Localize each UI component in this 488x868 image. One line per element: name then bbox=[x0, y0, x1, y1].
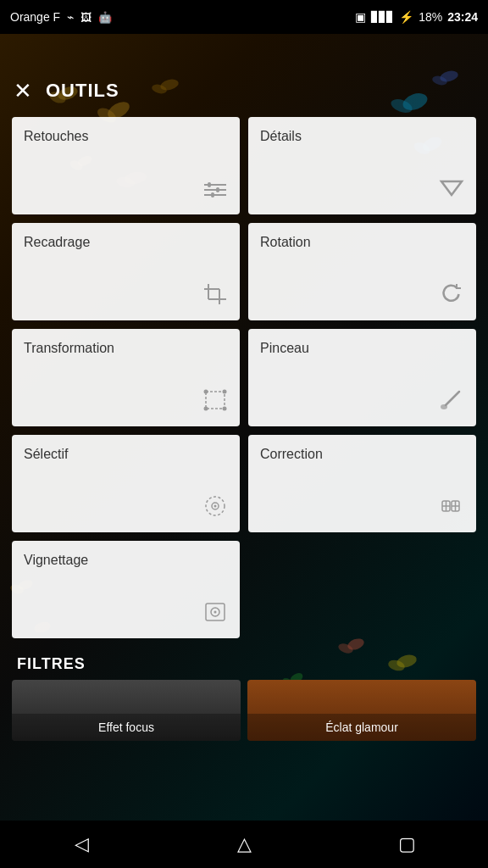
crop-icon bbox=[202, 282, 228, 312]
status-bar: Orange F ⌁ 🖼 🤖 ▣ ▊▊▊ ⚡ 18% 23:24 bbox=[0, 0, 488, 34]
tool-rotation[interactable]: Rotation bbox=[248, 223, 476, 320]
filters-section-label: FILTRES bbox=[0, 645, 488, 680]
tool-pinceau-label: Pinceau bbox=[260, 341, 464, 356]
tool-correction[interactable]: Correction bbox=[248, 435, 476, 532]
svg-point-58 bbox=[214, 611, 217, 614]
filter-effet-focus[interactable]: Effet focus bbox=[12, 680, 241, 741]
triangle-down-icon bbox=[439, 176, 464, 206]
vignette-icon bbox=[202, 600, 228, 630]
tool-transformation-label: Transformation bbox=[24, 341, 228, 356]
tool-details[interactable]: Détails bbox=[248, 117, 476, 214]
tool-retouches-label: Retouches bbox=[24, 129, 228, 144]
tool-rotation-label: Rotation bbox=[260, 235, 464, 250]
page-title: OUTILS bbox=[46, 80, 119, 102]
status-left: Orange F ⌁ 🖼 🤖 bbox=[10, 10, 112, 24]
svg-line-45 bbox=[446, 392, 459, 405]
tool-vignettage[interactable]: Vignettage bbox=[12, 541, 240, 638]
tool-recadrage[interactable]: Recadrage bbox=[12, 223, 240, 320]
carrier-label: Orange F bbox=[10, 10, 60, 24]
target-circle-icon bbox=[202, 494, 228, 524]
svg-rect-40 bbox=[206, 392, 225, 409]
brush-icon bbox=[439, 388, 464, 418]
main-content: ✕ OUTILS Retouches Détails bbox=[0, 68, 488, 868]
transform-icon bbox=[202, 388, 228, 418]
tool-pinceau[interactable]: Pinceau bbox=[248, 329, 476, 426]
sliders-icon bbox=[202, 179, 228, 206]
svg-point-41 bbox=[204, 390, 208, 394]
svg-rect-32 bbox=[208, 182, 211, 187]
back-button[interactable]: ◁ bbox=[56, 827, 107, 861]
status-right: ▣ ▊▊▊ ⚡ 18% 23:24 bbox=[355, 10, 478, 24]
svg-marker-35 bbox=[441, 181, 462, 195]
svg-rect-33 bbox=[216, 187, 219, 192]
tools-grid: Retouches Détails bbox=[0, 110, 488, 645]
tool-correction-label: Correction bbox=[260, 447, 464, 462]
filter-eclat-glamour[interactable]: Éclat glamour bbox=[247, 680, 476, 741]
usb-icon: ⌁ bbox=[67, 10, 74, 24]
recent-button[interactable]: ▢ bbox=[381, 827, 432, 861]
svg-point-46 bbox=[441, 404, 447, 409]
svg-point-49 bbox=[214, 505, 217, 508]
filters-row: Effet focus Éclat glamour bbox=[0, 680, 488, 749]
home-button[interactable]: △ bbox=[219, 827, 269, 861]
svg-rect-34 bbox=[211, 192, 214, 198]
android-icon: 🤖 bbox=[98, 11, 112, 24]
time-label: 23:24 bbox=[447, 10, 478, 24]
tool-details-label: Détails bbox=[260, 129, 464, 144]
filter-eclat-glamour-label: Éclat glamour bbox=[247, 714, 476, 741]
svg-point-44 bbox=[223, 407, 227, 411]
tool-transformation[interactable]: Transformation bbox=[12, 329, 240, 426]
header: ✕ OUTILS bbox=[0, 68, 488, 110]
tool-retouches[interactable]: Retouches bbox=[12, 117, 240, 214]
tool-vignettage-label: Vignettage bbox=[24, 553, 228, 568]
vibrate-icon: ▣ bbox=[355, 10, 366, 24]
charging-icon: ⚡ bbox=[399, 10, 413, 24]
image-icon: 🖼 bbox=[80, 11, 92, 24]
bandage-icon bbox=[437, 494, 464, 524]
close-button[interactable]: ✕ bbox=[14, 80, 32, 102]
svg-point-43 bbox=[204, 407, 208, 411]
tool-selectif[interactable]: Sélectif bbox=[12, 435, 240, 532]
svg-point-42 bbox=[223, 390, 227, 394]
tool-recadrage-label: Recadrage bbox=[24, 235, 228, 250]
tool-selectif-label: Sélectif bbox=[24, 447, 228, 462]
rotate-cw-icon bbox=[439, 282, 464, 312]
signal-icon: ▊▊▊ bbox=[371, 11, 394, 23]
bottom-nav: ◁ △ ▢ bbox=[0, 821, 488, 868]
battery-label: 18% bbox=[419, 10, 442, 24]
filter-effet-focus-label: Effet focus bbox=[12, 714, 241, 741]
